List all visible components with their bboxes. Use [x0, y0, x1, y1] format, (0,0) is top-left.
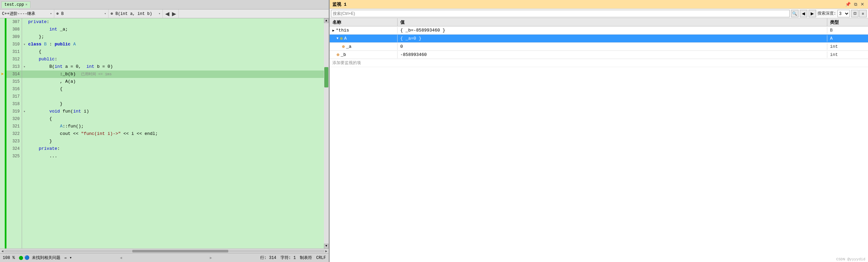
scroll-track[interactable]: [324, 23, 329, 244]
bp-321[interactable]: [0, 123, 5, 130]
editor-hscrollbar[interactable]: ◀ ▶: [0, 248, 329, 253]
nav-back-btn[interactable]: ◀: [164, 11, 170, 17]
hscroll-track[interactable]: [4, 250, 325, 253]
bp-318[interactable]: [0, 100, 5, 108]
code-line-322[interactable]: cout << "func(int i)->" << i << endl;: [27, 130, 324, 138]
ln-315: 315: [6, 78, 22, 85]
hscroll-indicator-r: ▶: [210, 256, 212, 260]
code-line-318[interactable]: }: [27, 100, 324, 108]
bp-317[interactable]: [0, 93, 5, 100]
code-line-315[interactable]: , A(a): [27, 78, 324, 85]
hscroll-right-btn[interactable]: ▶: [325, 249, 328, 253]
hscroll-thumb[interactable]: [132, 250, 228, 253]
bp-314[interactable]: ➤: [0, 70, 5, 78]
depth-label: 搜索深度:: [817, 11, 836, 16]
bp-309[interactable]: [0, 33, 5, 41]
code-line-321[interactable]: A::fun();: [27, 123, 324, 130]
col-header-type: 类型: [827, 18, 868, 26]
fold-323: [22, 138, 27, 145]
watch-search-bar: 🔍 ◀ ▶ 搜索深度: 3 1 2 4 5 ⊡ ≡: [330, 9, 868, 18]
bp-310[interactable]: [0, 41, 5, 48]
bp-307[interactable]: [0, 18, 5, 26]
depth-select[interactable]: 3 1 2 4 5: [837, 10, 850, 17]
member-dropdown[interactable]: ⊕ B ▾: [54, 9, 109, 18]
code-line-314[interactable]: :_b(b) 已用时间 <= 1ms: [27, 70, 324, 78]
code-line-310[interactable]: class B : public A: [27, 41, 324, 48]
bp-323[interactable]: [0, 138, 5, 145]
edit-btn[interactable]: ✏ ▾: [64, 255, 72, 260]
hscroll-left-btn[interactable]: ◀: [1, 249, 4, 253]
code-line-319[interactable]: void fun(int i): [27, 108, 324, 115]
fold-310[interactable]: ▾: [22, 41, 27, 48]
expand-A-icon[interactable]: ▼: [336, 37, 339, 40]
code-line-323[interactable]: }: [27, 138, 324, 145]
bp-325[interactable]: [0, 153, 5, 160]
class-dropdown-arrow: ▾: [50, 12, 52, 16]
editor-tab-test-cpp[interactable]: test.cpp ×: [1, 1, 31, 8]
fold-319[interactable]: ▾: [22, 108, 27, 115]
fold-307: [22, 18, 27, 26]
tab-close-btn[interactable]: ×: [25, 3, 28, 7]
ln-324: 324: [6, 145, 22, 153]
bp-324[interactable]: [0, 145, 5, 153]
code-line-309[interactable]: };: [27, 33, 324, 41]
watch-toolbar-icons: ⊡ ≡: [851, 10, 867, 17]
bp-312[interactable]: [0, 56, 5, 63]
fold-318: [22, 100, 27, 108]
watch-nav-fwd-btn[interactable]: ▶: [809, 10, 816, 17]
watch-icon-btn-2[interactable]: ≡: [859, 10, 867, 17]
zoom-level: 108 %: [3, 256, 15, 260]
scroll-up-btn[interactable]: ▲: [324, 18, 329, 23]
function-dropdown[interactable]: ⊕ B(int a, int b) ▾: [109, 9, 163, 18]
code-line-313[interactable]: B(int a = 0, int b = 0): [27, 63, 324, 70]
watch-icon-btn-1[interactable]: ⊡: [851, 10, 859, 17]
watch-table: 名称 值 类型 ▶ *this { _b=-858993460 } B ▼ ⊕ …: [330, 18, 868, 262]
bottom-credit: CSDN @yyyydid: [836, 257, 865, 261]
bp-320[interactable]: [0, 115, 5, 123]
bp-311[interactable]: [0, 48, 5, 56]
ln-307: 307: [6, 18, 22, 26]
watch-float-btn[interactable]: ⧉: [853, 2, 858, 7]
bp-313[interactable]: [0, 63, 5, 70]
cell-value-this: { _b=-858993460 }: [398, 27, 827, 34]
bp-316[interactable]: [0, 85, 5, 93]
watch-close-btn[interactable]: ✕: [860, 2, 865, 7]
expand-this-icon[interactable]: ▶: [332, 28, 334, 33]
code-line-311[interactable]: {: [27, 48, 324, 56]
code-line-317[interactable]: [27, 93, 324, 100]
code-line-308[interactable]: int _a;: [27, 26, 324, 33]
watch-search-btn[interactable]: 🔍: [791, 10, 798, 17]
code-line-316[interactable]: {: [27, 85, 324, 93]
code-line-312[interactable]: public:: [27, 56, 324, 63]
bp-319[interactable]: [0, 108, 5, 115]
cell-type-this: B: [827, 27, 868, 34]
scroll-down-btn[interactable]: ▼: [324, 244, 329, 248]
scroll-thumb[interactable]: [324, 67, 328, 87]
bp-322[interactable]: [0, 130, 5, 138]
fold-313[interactable]: ▾: [22, 63, 27, 70]
code-lines[interactable]: private: int _a; }; class B : public A: [27, 18, 324, 248]
watch-nav-back-btn[interactable]: ◀: [800, 10, 807, 17]
watch-add-row[interactable]: 添加要监视的项: [330, 59, 868, 67]
watch-row-b[interactable]: ⊕ _b -858993460 int: [330, 51, 868, 59]
watch-row-a[interactable]: ⊕ _a 0 int: [330, 43, 868, 51]
watch-row-A[interactable]: ▼ ⊕ A { _a=0 } A: [330, 35, 868, 43]
watch-row-this[interactable]: ▶ *this { _b=-858993460 } B: [330, 26, 868, 35]
ln-316: 316: [6, 85, 22, 93]
line-numbers: 307 308 309 310 311 312 313 314 315 316 …: [6, 18, 22, 248]
cell-type-A: A: [827, 35, 868, 42]
bp-315[interactable]: [0, 78, 5, 85]
watch-search-input[interactable]: [331, 10, 790, 17]
watch-controls: 📌 ⧉ ✕: [844, 2, 865, 7]
status-dot: [19, 256, 23, 260]
editor-scrollbar[interactable]: ▲ ▼: [324, 18, 329, 248]
code-line-325[interactable]: ...: [27, 153, 324, 160]
encoding-info: CRLF: [316, 256, 326, 260]
bp-308[interactable]: [0, 26, 5, 33]
code-line-307[interactable]: private:: [27, 18, 324, 26]
code-line-324[interactable]: private:: [27, 145, 324, 153]
nav-fwd-btn[interactable]: ▶: [171, 11, 177, 17]
class-dropdown[interactable]: C++进阶----继承 ▾: [0, 9, 54, 18]
watch-pin-btn[interactable]: 📌: [844, 2, 852, 7]
code-line-320[interactable]: {: [27, 115, 324, 123]
